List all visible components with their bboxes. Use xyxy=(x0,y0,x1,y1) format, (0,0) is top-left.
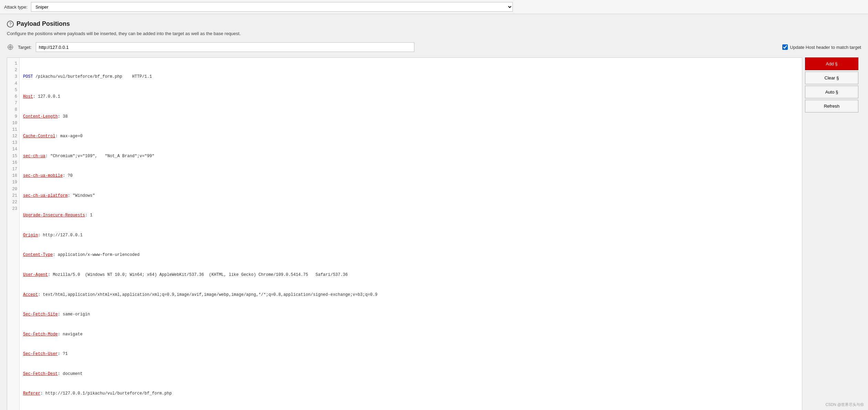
attack-type-label: Attack type: xyxy=(4,4,28,10)
target-row: Target: Update Host header to match targ… xyxy=(7,42,861,52)
code-line-2: Host: 127.0.0.1 xyxy=(23,94,798,100)
code-line-17: Referer: http://127.0.0.1/pikachu/vul/bu… xyxy=(23,390,798,397)
watermark-text: CSDN @世界尽头与你 xyxy=(826,402,864,407)
code-line-5: sec-ch-ua: "Chromium";v="109", "Not_A Br… xyxy=(23,153,798,160)
code-line-13: Sec-Fetch-Site: same-origin xyxy=(23,311,798,318)
section-header: ? Payload Positions xyxy=(7,20,861,28)
code-line-3: Content-Length: 38 xyxy=(23,114,798,120)
line-numbers: 1 2 3 4 5 6 7 8 9 10 11 12 13 14 15 16 1 xyxy=(7,58,20,410)
code-line-11: User-Agent: Mozilla/5.0 (Windows NT 10.0… xyxy=(23,272,798,278)
refresh-button[interactable]: Refresh xyxy=(805,100,858,112)
target-input[interactable] xyxy=(36,42,414,52)
code-line-16: Sec-Fetch-Dest: document xyxy=(23,371,798,377)
code-line-1: POST /pikachu/vul/burteforce/bf_form.php… xyxy=(23,74,798,80)
auto-button[interactable]: Auto § xyxy=(805,86,858,98)
section-description: Configure the positions where payloads w… xyxy=(7,31,861,36)
code-line-4: Cache-Control: max-age=0 xyxy=(23,133,798,140)
code-line-9: Origin: http://127.0.0.1 xyxy=(23,232,798,239)
code-line-7: sec-ch-ua-platform: "Windows" xyxy=(23,193,798,199)
code-line-14: Sec-Fetch-Mode: navigate xyxy=(23,331,798,338)
main-content: ? Payload Positions Configure the positi… xyxy=(0,14,868,410)
code-line-10: Content-Type: application/x-www-form-url… xyxy=(23,252,798,258)
target-label: Target: xyxy=(18,45,32,50)
right-buttons: Add § Clear § Auto § Refresh xyxy=(802,57,861,112)
target-icon[interactable] xyxy=(7,44,14,51)
update-host-label: Update Host header to match target xyxy=(790,45,861,50)
editor-outer: 1 2 3 4 5 6 7 8 9 10 11 12 13 14 15 16 1 xyxy=(7,57,861,410)
footer-watermark: CSDN @世界尽头与你 xyxy=(826,402,864,407)
code-line-15: Sec-Fetch-User: ?1 xyxy=(23,351,798,357)
code-line-6: sec-ch-ua-mobile: ?0 xyxy=(23,173,798,179)
section-title: Payload Positions xyxy=(17,20,70,28)
update-host-checkbox[interactable] xyxy=(782,44,788,50)
editor-wrapper: 1 2 3 4 5 6 7 8 9 10 11 12 13 14 15 16 1 xyxy=(7,57,802,410)
help-icon[interactable]: ? xyxy=(7,21,14,28)
attack-type-select[interactable]: Sniper Battering ram Pitchfork Cluster b… xyxy=(31,2,513,12)
checkbox-row: Update Host header to match target xyxy=(782,44,861,50)
editor-area: 1 2 3 4 5 6 7 8 9 10 11 12 13 14 15 16 1 xyxy=(7,57,802,410)
code-line-12: Accept: text/html,application/xhtml+xml,… xyxy=(23,292,798,298)
top-bar: Attack type: Sniper Battering ram Pitchf… xyxy=(0,0,868,14)
clear-button[interactable]: Clear § xyxy=(805,72,858,84)
code-line-8: Upgrade-Insecure-Requests: 1 xyxy=(23,212,798,219)
code-content[interactable]: POST /pikachu/vul/burteforce/bf_form.php… xyxy=(20,58,802,410)
add-button[interactable]: Add § xyxy=(805,57,858,70)
